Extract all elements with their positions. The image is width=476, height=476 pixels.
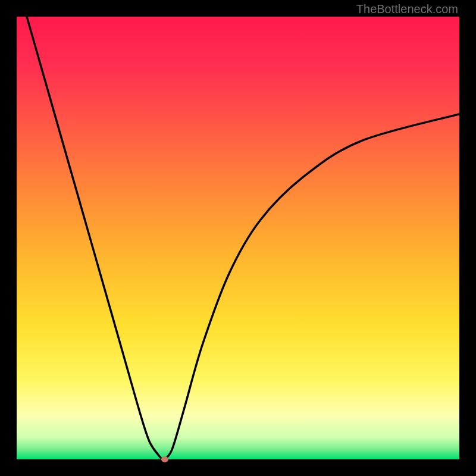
bottleneck-marker <box>161 456 168 462</box>
curve-line <box>17 17 459 459</box>
watermark-text: TheBottleneck.com <box>356 2 458 16</box>
chart-area <box>17 17 459 459</box>
